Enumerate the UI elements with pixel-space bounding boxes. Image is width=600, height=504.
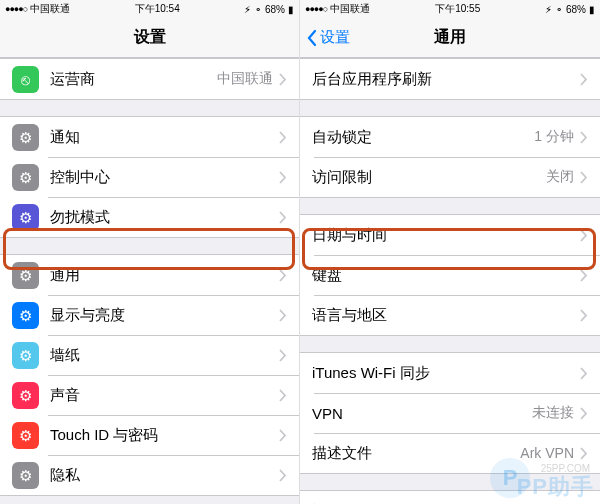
chevron-right-icon (580, 269, 588, 282)
row-label: 后台应用程序刷新 (312, 70, 580, 89)
row-label: 描述文件 (312, 444, 520, 463)
notifications-icon: ⚙︎ (12, 124, 39, 151)
row-ituneswifi[interactable]: iTunes Wi-Fi 同步 (300, 353, 600, 393)
chevron-right-icon (279, 469, 287, 482)
carrier-icon: ⎋ (12, 66, 39, 93)
row-carrier[interactable]: ⎋ 运营商 中国联通 (0, 59, 299, 99)
status-time: 下午10:55 (435, 2, 480, 16)
chevron-right-icon (279, 309, 287, 322)
control-center-icon: ⚙︎ (12, 164, 39, 191)
row-display[interactable]: ⚙︎显示与亮度 (0, 295, 299, 335)
back-label: 设置 (320, 28, 350, 47)
status-bar: ●●●●○ 中国联通 下午10:55 ⚡︎ ⚬ 68% ▮ (300, 0, 600, 18)
chevron-right-icon (279, 389, 287, 402)
row-wallpaper[interactable]: ⚙︎墙纸 (0, 335, 299, 375)
row-privacy[interactable]: ⚙︎隐私 (0, 455, 299, 495)
chevron-right-icon (580, 367, 588, 380)
row-label: 通知 (50, 128, 279, 147)
row-label: iTunes Wi-Fi 同步 (312, 364, 580, 383)
chevron-right-icon (580, 309, 588, 322)
row-detail: 关闭 (546, 168, 574, 186)
chevron-right-icon (580, 229, 588, 242)
row-datetime[interactable]: 日期与时间 (300, 215, 600, 255)
back-button[interactable]: 设置 (306, 28, 350, 47)
nav-title: 设置 (134, 27, 166, 48)
chevron-right-icon (580, 131, 588, 144)
row-label: 控制中心 (50, 168, 279, 187)
wallpaper-icon: ⚙︎ (12, 342, 39, 369)
row-label: 墙纸 (50, 346, 279, 365)
chevron-right-icon (279, 73, 287, 86)
row-label: 日期与时间 (312, 226, 580, 245)
row-label: 声音 (50, 386, 279, 405)
row-keyboard[interactable]: 键盘 (300, 255, 600, 295)
row-general[interactable]: ⚙︎通用 (0, 255, 299, 295)
general-icon: ⚙︎ (12, 262, 39, 289)
row-label: 隐私 (50, 466, 279, 485)
carrier-label: 中国联通 (330, 2, 370, 16)
row-label: 自动锁定 (312, 128, 534, 147)
chevron-right-icon (279, 171, 287, 184)
row-label: 语言与地区 (312, 306, 580, 325)
status-time: 下午10:54 (135, 2, 180, 16)
battery-icon: ▮ (288, 4, 294, 15)
row-autolock[interactable]: 自动锁定1 分钟 (300, 117, 600, 157)
display-icon: ⚙︎ (12, 302, 39, 329)
chevron-right-icon (279, 211, 287, 224)
dnd-icon: ⚙︎ (12, 204, 39, 231)
row-reset[interactable]: 还原 (300, 491, 600, 504)
chevron-right-icon (279, 349, 287, 362)
nav-header: 设置 (0, 18, 299, 58)
row-label: VPN (312, 405, 532, 422)
row-label: 访问限制 (312, 168, 546, 187)
row-label: 键盘 (312, 266, 580, 285)
row-dnd[interactable]: ⚙︎勿扰模式 (0, 197, 299, 237)
chevron-right-icon (279, 131, 287, 144)
battery-label: 68% (265, 4, 285, 15)
signal-dots-icon: ●●●●○ (305, 4, 327, 14)
privacy-icon: ⚙︎ (12, 462, 39, 489)
chevron-right-icon (279, 269, 287, 282)
row-touchid[interactable]: ⚙︎Touch ID 与密码 (0, 415, 299, 455)
row-control-center[interactable]: ⚙︎控制中心 (0, 157, 299, 197)
chevron-right-icon (279, 429, 287, 442)
row-restrictions[interactable]: 访问限制关闭 (300, 157, 600, 197)
settings-list[interactable]: ⎋ 运营商 中国联通 ⚙︎通知⚙︎控制中心⚙︎勿扰模式 ⚙︎通用⚙︎显示与亮度⚙… (0, 58, 299, 504)
row-detail: 中国联通 (217, 70, 273, 88)
row-label: 勿扰模式 (50, 208, 279, 227)
general-list[interactable]: 后台应用程序刷新 自动锁定1 分钟访问限制关闭 日期与时间键盘语言与地区 iTu… (300, 58, 600, 504)
nav-title: 通用 (434, 27, 466, 48)
nav-header: 设置 通用 (300, 18, 600, 58)
row-label: 通用 (50, 266, 279, 285)
row-label: 显示与亮度 (50, 306, 279, 325)
touchid-icon: ⚙︎ (12, 422, 39, 449)
row-vpn[interactable]: VPN未连接 (300, 393, 600, 433)
battery-label: 68% (566, 4, 586, 15)
bluetooth-icon: ⚡︎ ⚬ (545, 4, 563, 15)
chevron-right-icon (580, 73, 588, 86)
row-label: 运营商 (50, 70, 217, 89)
row-profile[interactable]: 描述文件Ark VPN (300, 433, 600, 473)
row-sounds[interactable]: ⚙︎声音 (0, 375, 299, 415)
row-detail: 未连接 (532, 404, 574, 422)
chevron-right-icon (580, 447, 588, 460)
signal-dots-icon: ●●●●○ (5, 4, 27, 14)
row-language[interactable]: 语言与地区 (300, 295, 600, 335)
sounds-icon: ⚙︎ (12, 382, 39, 409)
settings-screen: ●●●●○ 中国联通 下午10:54 ⚡︎ ⚬ 68% ▮ 设置 ⎋ 运营商 中… (0, 0, 300, 504)
chevron-right-icon (580, 171, 588, 184)
row-notifications[interactable]: ⚙︎通知 (0, 117, 299, 157)
battery-icon: ▮ (589, 4, 595, 15)
status-bar: ●●●●○ 中国联通 下午10:54 ⚡︎ ⚬ 68% ▮ (0, 0, 299, 18)
bluetooth-icon: ⚡︎ ⚬ (244, 4, 262, 15)
row-background-refresh[interactable]: 后台应用程序刷新 (300, 59, 600, 99)
carrier-label: 中国联通 (30, 2, 70, 16)
row-label: Touch ID 与密码 (50, 426, 279, 445)
general-screen: ●●●●○ 中国联通 下午10:55 ⚡︎ ⚬ 68% ▮ 设置 通用 后台应用… (300, 0, 600, 504)
row-detail: Ark VPN (520, 445, 574, 461)
row-detail: 1 分钟 (534, 128, 574, 146)
chevron-right-icon (580, 407, 588, 420)
